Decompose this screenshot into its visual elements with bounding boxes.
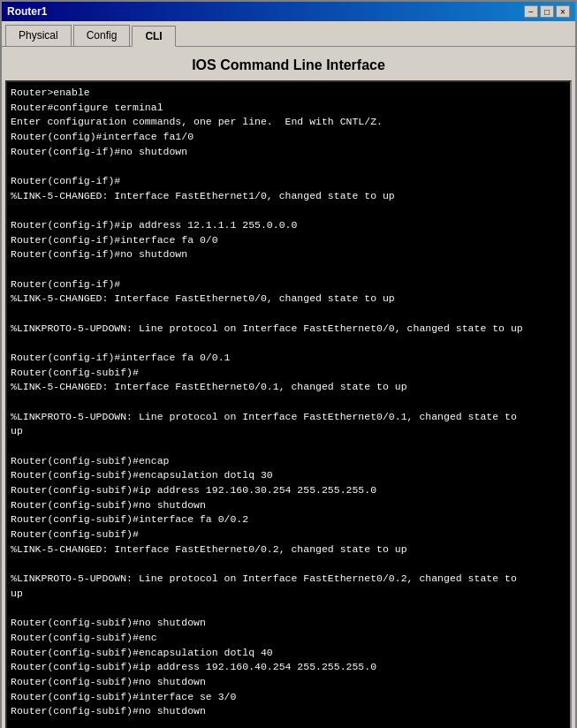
minimize-button[interactable]: −	[524, 5, 538, 18]
tab-bar: Physical Config CLI	[2, 21, 575, 46]
page-title: IOS Command Line Interface	[5, 50, 572, 80]
terminal-text: Router>enable Router#configure terminal …	[11, 86, 566, 728]
tab-config[interactable]: Config	[73, 25, 131, 46]
close-button[interactable]: ×	[556, 5, 570, 18]
tab-physical[interactable]: Physical	[5, 25, 72, 46]
tab-cli[interactable]: CLI	[132, 26, 175, 47]
window-controls: − □ ×	[524, 5, 570, 18]
title-bar: Router1 − □ ×	[2, 2, 575, 21]
content-area: IOS Command Line Interface Router>enable…	[2, 46, 575, 728]
main-window: Router1 − □ × Physical Config CLI IOS Co…	[0, 0, 577, 728]
maximize-button[interactable]: □	[540, 5, 554, 18]
window-title: Router1	[7, 5, 47, 18]
terminal-container: Router>enable Router#configure terminal …	[5, 80, 572, 728]
terminal-scroll[interactable]: Router>enable Router#configure terminal …	[7, 82, 570, 728]
